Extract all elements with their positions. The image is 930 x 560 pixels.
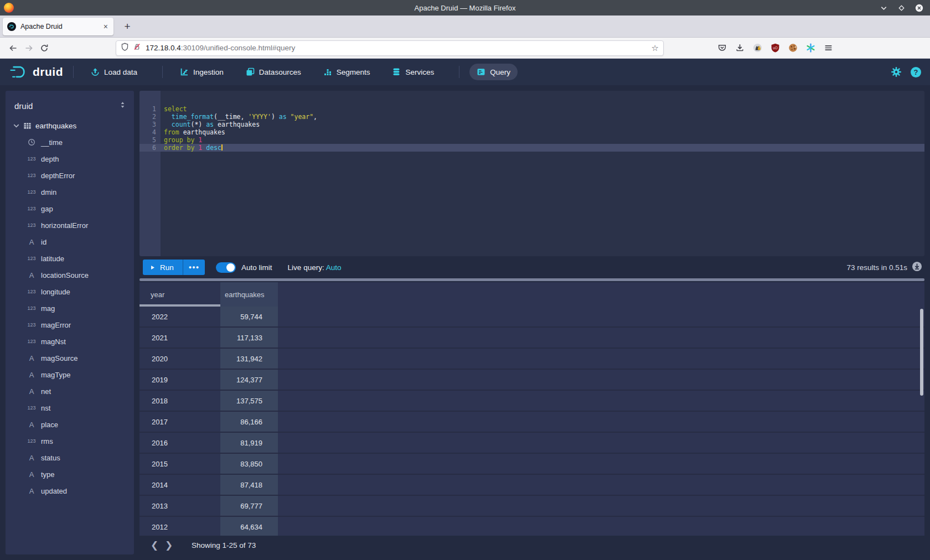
code-line-6[interactable]: 6order by 1 desc: [140, 144, 924, 152]
cell-earthquakes[interactable]: 81,919: [220, 433, 278, 453]
sidebar-column-depth[interactable]: 123depth: [6, 151, 134, 167]
cell-earthquakes[interactable]: 131,942: [220, 349, 278, 369]
cell-year[interactable]: 2015: [140, 454, 220, 474]
sidebar-column-nst[interactable]: 123nst: [6, 400, 134, 416]
live-query[interactable]: Live query: Auto: [288, 263, 342, 272]
sidebar-column-status[interactable]: Astatus: [6, 449, 134, 466]
sidebar-column-latitude[interactable]: 123latitude: [6, 250, 134, 267]
column-header-earthquakes[interactable]: earthquakes: [220, 282, 278, 307]
cell-year[interactable]: 2012: [140, 517, 220, 536]
cell-year[interactable]: 2019: [140, 370, 220, 390]
sort-carets-icon[interactable]: [119, 101, 126, 111]
run-button[interactable]: Run: [143, 260, 183, 275]
sidebar-column-net[interactable]: Anet: [6, 383, 134, 400]
nav-item-load-data[interactable]: Load data: [84, 64, 144, 80]
sidebar-column-dmin[interactable]: 123dmin: [6, 184, 134, 200]
forward-icon[interactable]: [21, 40, 37, 56]
sidebar-column-type[interactable]: Atype: [6, 466, 134, 483]
cell-earthquakes[interactable]: 117,133: [220, 328, 278, 348]
code-line-4[interactable]: 4from earthquakes: [140, 128, 924, 136]
sidebar-column-place[interactable]: Aplace: [6, 416, 134, 433]
vertical-scrollbar[interactable]: [920, 309, 923, 396]
nav-item-datasources[interactable]: Datasources: [239, 64, 308, 80]
sidebar-column-mag[interactable]: 123mag: [6, 300, 134, 317]
code-line-3[interactable]: 3 count(*) as earthquakes: [140, 121, 924, 128]
tracking-shield-icon[interactable]: [121, 43, 129, 53]
cell-year[interactable]: 2017: [140, 412, 220, 432]
code-line-5[interactable]: 5group by 1: [140, 136, 924, 144]
sidebar-column-rms[interactable]: 123rms: [6, 433, 134, 449]
sql-editor[interactable]: 1select2 time_format(__time, 'YYYY') as …: [140, 91, 924, 256]
nav-item-ingestion[interactable]: Ingestion: [173, 64, 231, 80]
url-text[interactable]: 172.18.0.4:30109/unified-console.html#qu…: [146, 44, 652, 52]
horizontal-scrollbar[interactable]: [140, 278, 924, 281]
sidebar-column-updated[interactable]: Aupdated: [6, 483, 134, 499]
cell-earthquakes[interactable]: 87,418: [220, 475, 278, 495]
new-tab-button[interactable]: +: [120, 19, 135, 34]
cell-earthquakes[interactable]: 83,850: [220, 454, 278, 474]
sql-token: [183, 136, 187, 144]
cell-year[interactable]: 2013: [140, 496, 220, 516]
cell-year[interactable]: 2022: [140, 307, 220, 326]
nav-item-segments[interactable]: Segments: [316, 64, 378, 80]
tab-apache-druid[interactable]: Apache Druid ×: [3, 18, 113, 35]
sidebar-column-depthError[interactable]: 123depthError: [6, 167, 134, 184]
nav-item-query[interactable]: Query: [469, 64, 518, 80]
code-line-2[interactable]: 2 time_format(__time, 'YYYY') as "year",: [140, 113, 924, 121]
sidebar-column-magType[interactable]: AmagType: [6, 366, 134, 383]
cookie-extension-icon[interactable]: [788, 43, 798, 53]
number-type-icon: 123: [24, 339, 39, 344]
url-bar[interactable]: 172.18.0.4:30109/unified-console.html#qu…: [116, 40, 664, 56]
reload-icon[interactable]: [37, 40, 52, 56]
downloads-icon[interactable]: [735, 43, 745, 53]
sidebar-column-__time[interactable]: __time: [6, 134, 134, 151]
tab-close-icon[interactable]: ×: [102, 22, 109, 31]
run-more-button[interactable]: ●●●: [183, 260, 205, 275]
bookmark-star-icon[interactable]: ☆: [652, 43, 659, 53]
cell-year[interactable]: 2021: [140, 328, 220, 348]
sidebar-column-magError[interactable]: 123magError: [6, 317, 134, 333]
cell-earthquakes[interactable]: 64,634: [220, 517, 278, 536]
sidebar-column-magSource[interactable]: AmagSource: [6, 350, 134, 366]
download-results-icon[interactable]: [912, 261, 922, 273]
cell-earthquakes[interactable]: 137,575: [220, 391, 278, 411]
sidebar-column-longitude[interactable]: 123longitude: [6, 283, 134, 300]
live-query-value[interactable]: Auto: [326, 263, 342, 272]
cell-earthquakes[interactable]: 124,377: [220, 370, 278, 390]
maximize-diamond-icon[interactable]: [897, 3, 906, 12]
close-icon[interactable]: [914, 3, 923, 12]
asterisk-extension-icon[interactable]: [805, 43, 815, 53]
cell-earthquakes[interactable]: 86,166: [220, 412, 278, 432]
menu-icon[interactable]: [823, 43, 833, 53]
sidebar-table-earthquakes[interactable]: earthquakes: [6, 117, 134, 134]
privacy-extension-icon[interactable]: [752, 43, 762, 53]
string-type-icon: A: [24, 487, 39, 495]
cell-year[interactable]: 2016: [140, 433, 220, 453]
next-page-icon[interactable]: ❯: [162, 538, 176, 552]
back-icon[interactable]: [6, 40, 21, 56]
nav-item-services[interactable]: Services: [385, 64, 441, 80]
sidebar-column-locationSource[interactable]: AlocationSource: [6, 267, 134, 283]
cell-year[interactable]: 2020: [140, 349, 220, 369]
column-header-year[interactable]: year: [140, 282, 220, 307]
pocket-icon[interactable]: [717, 43, 727, 53]
sidebar-column-gap[interactable]: 123gap: [6, 200, 134, 217]
nav-item-label: Datasources: [259, 68, 301, 76]
prev-page-icon[interactable]: ❮: [147, 538, 162, 552]
auto-limit-toggle[interactable]: [216, 262, 236, 273]
help-icon[interactable]: ?: [911, 67, 921, 77]
chevron-down-icon[interactable]: [879, 3, 888, 12]
sidebar-column-id[interactable]: Aid: [6, 234, 134, 250]
cell-year[interactable]: 2014: [140, 475, 220, 495]
ublock-origin-icon[interactable]: uO: [770, 43, 780, 53]
sidebar-column-magNst[interactable]: 123magNst: [6, 333, 134, 350]
insecure-lock-icon[interactable]: [133, 43, 141, 53]
cell-earthquakes[interactable]: 69,777: [220, 496, 278, 516]
cell-year[interactable]: 2018: [140, 391, 220, 411]
chevron-down-icon[interactable]: [12, 122, 23, 130]
gear-icon[interactable]: [891, 66, 902, 77]
cell-earthquakes[interactable]: 59,744: [220, 307, 278, 326]
sidebar-column-horizontalError[interactable]: 123horizontalError: [6, 217, 134, 234]
druid-logo[interactable]: druid: [9, 65, 63, 80]
code-line-1[interactable]: 1select: [140, 105, 924, 113]
